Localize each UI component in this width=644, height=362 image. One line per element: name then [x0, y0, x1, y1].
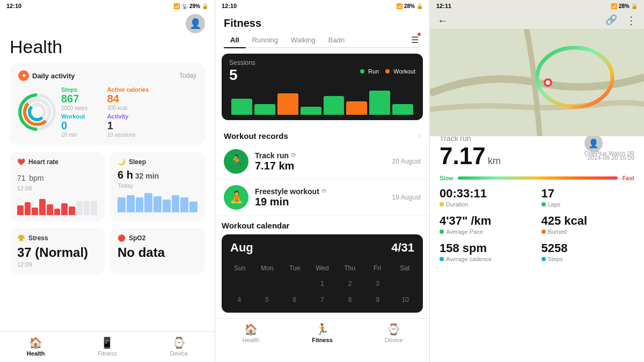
sessions-chart: Sessions 5 Run Workout — [222, 54, 423, 120]
workout-name-1: Track run ⟳ — [255, 151, 386, 160]
cal-day-10[interactable]: 10 — [398, 292, 413, 307]
tab-badminton[interactable]: Badn — [322, 33, 351, 48]
workout-item-2[interactable]: 🧘 Freestyle workout ⟳ 19 min 19 August — [215, 180, 429, 216]
chevron-right-icon[interactable]: › — [418, 131, 421, 141]
device-icon-2: ⌚ — [387, 323, 400, 336]
cal-month: Aug — [230, 241, 253, 255]
health-content: ✦ Daily activity Today Steps 867 5000 st… — [0, 63, 215, 331]
cal-day-8[interactable]: 8 — [342, 292, 357, 307]
hr-title: ❤️ Heart rate — [17, 158, 97, 166]
cal-day-4[interactable]: 4 — [232, 292, 247, 307]
activity-label: Activity — [107, 113, 149, 120]
bar — [17, 205, 24, 215]
avatar[interactable]: 👤 — [186, 14, 205, 33]
calories-goal: 300 kcal — [107, 105, 149, 111]
cal-day-7[interactable]: 7 — [314, 292, 330, 307]
bar — [84, 201, 90, 215]
filter-icon[interactable]: ☰ — [411, 33, 421, 47]
workout-value: 0 — [61, 120, 103, 132]
cal-day-5[interactable]: 5 — [259, 292, 274, 307]
hr-chart — [17, 196, 97, 215]
sessions-bars — [229, 88, 415, 115]
nav-device[interactable]: ⌚ Device — [163, 336, 195, 357]
steps-label: Steps — [61, 86, 103, 93]
workout-name-2: Freestyle workout ⟳ — [255, 187, 386, 196]
bar — [69, 206, 75, 215]
nav-health-2[interactable]: 🏠 Health — [235, 323, 267, 343]
laps-label: Laps — [541, 201, 635, 208]
share-icon[interactable]: 🔗 — [605, 14, 617, 27]
activity-stat: Activity 1 10 sessions — [107, 113, 149, 138]
stress-time: 12:09 — [17, 261, 97, 268]
track-unit: km — [488, 156, 501, 166]
cal-day — [259, 276, 274, 291]
workout-item-1[interactable]: 🏃 Track run ⟳ 7.17 km 20 August — [215, 144, 429, 180]
nav-fitness[interactable]: 📱 Fitness — [91, 336, 123, 357]
cal-day-6[interactable]: 6 — [287, 292, 302, 307]
bar — [91, 201, 97, 215]
status-icons-3: 📶 28% 🔒 — [611, 3, 638, 9]
sync-icon-2: ⟳ — [321, 188, 326, 195]
heart-rate-card: ❤️ Heart rate 71 bpm 12:08 — [10, 152, 105, 221]
activity-rings-row: Steps 867 5000 steps Active calories 84 … — [18, 86, 196, 138]
day-sun: Sun — [226, 263, 253, 273]
bar — [153, 196, 162, 212]
more-icon[interactable]: ⋮ — [626, 14, 636, 27]
tab-all[interactable]: All — [224, 33, 246, 48]
device-icon: ⌚ — [172, 336, 186, 349]
wifi-icon: 📶 — [173, 3, 180, 9]
burned-dot — [541, 230, 546, 234]
pace-bar: Slow Fast — [440, 175, 634, 181]
bar — [76, 201, 83, 215]
workout-val-1: 7.17 km — [255, 160, 386, 172]
bar — [118, 197, 126, 212]
workout-goal: 10 min — [61, 132, 103, 138]
day-wed: Wed — [309, 263, 336, 273]
bar-dark — [392, 104, 413, 115]
cal-day-3[interactable]: 3 — [370, 276, 385, 291]
profile-area: 👤 — [0, 12, 215, 33]
duration-dot — [440, 202, 444, 206]
calendar-section: Workout calendar Aug 4/31 Sun Mon Tue We… — [215, 216, 429, 318]
pace-fast: Fast — [622, 175, 634, 181]
bar — [25, 202, 31, 215]
activity-value: 1 — [107, 120, 149, 132]
fitness-icon-2: 🏃 — [316, 323, 329, 336]
tab-walking[interactable]: Walking — [284, 33, 322, 48]
cal-day-9[interactable]: 9 — [370, 292, 385, 307]
card-header: ✦ Daily activity Today — [18, 70, 196, 81]
stats-grid: 00:33:11 Duration 17 Laps 4'37" /km — [440, 187, 634, 262]
calories-value: 84 — [107, 93, 149, 105]
day-tue: Tue — [281, 263, 309, 273]
sync-icon-1: ⟳ — [291, 152, 296, 159]
track-title-col: Track run 7.17 km — [440, 134, 501, 169]
track-card: Track run 7.17 km 👤 OnePlus Watch 2R 202… — [430, 125, 644, 362]
cal-day-1[interactable]: 1 — [314, 276, 330, 291]
health-panel: 12:10 📶 📡 29% 🔒 👤 Health ✦ Daily activit… — [0, 0, 215, 362]
workout-label: Workout — [61, 113, 103, 120]
lock-icon: 🔒 — [202, 3, 208, 9]
stat-laps: 17 Laps — [541, 187, 635, 208]
duration-value: 00:33:11 — [440, 187, 533, 201]
workout-val-2: 19 min — [255, 196, 386, 208]
tab-running[interactable]: Running — [246, 33, 284, 48]
nav-device-2[interactable]: ⌚ Device — [378, 323, 410, 343]
back-icon[interactable]: ← — [437, 14, 448, 27]
home-icon-2: 🏠 — [244, 323, 258, 336]
nav-health[interactable]: 🏠 Health — [20, 336, 52, 357]
activity-goal: 10 sessions — [107, 132, 149, 138]
workout-calendar: Aug 4/31 Sun Mon Tue Wed Thu Fri Sat 1 2 — [222, 234, 423, 313]
bar — [189, 202, 197, 212]
bar — [54, 209, 61, 215]
nav-fitness-2[interactable]: 🏃 Fitness — [306, 323, 339, 343]
cal-day-2[interactable]: 2 — [342, 276, 357, 291]
time-2: 12:10 — [222, 3, 237, 9]
activity-stats: Steps 867 5000 steps Active calories 84 … — [61, 86, 149, 138]
fitness-header: Fitness All Running Walking Badn ☰ — [215, 12, 429, 48]
bar — [180, 197, 188, 212]
cadence-label: Average cadence — [440, 256, 533, 262]
svg-point-3 — [546, 80, 550, 85]
bar — [144, 193, 152, 212]
calories-stat: Active calories 84 300 kcal — [107, 86, 149, 111]
bar-dark — [301, 107, 321, 115]
